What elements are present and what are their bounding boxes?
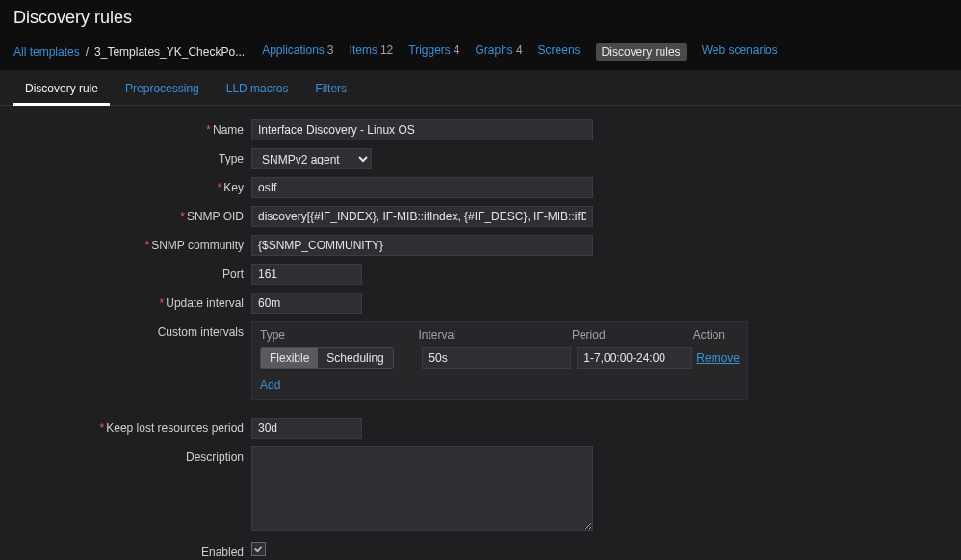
breadcrumb-sep: /: [86, 45, 89, 59]
breadcrumb-all-templates[interactable]: All templates: [13, 45, 80, 59]
label-key: *Key: [23, 177, 251, 194]
ci-head-interval: Interval: [418, 328, 572, 342]
label-description: Description: [23, 446, 251, 464]
ci-interval-input[interactable]: [422, 347, 571, 369]
breadcrumb: All templates / 3_Templates_YK_CheckPo..…: [0, 38, 961, 70]
update-interval-input[interactable]: [251, 293, 362, 314]
nav-chips: Applications3 Items12 Triggers4 Graphs4 …: [262, 43, 778, 61]
custom-intervals-box: Type Interval Period Action Flexible Sch…: [251, 321, 748, 400]
tab-lld-macros[interactable]: LLD macros: [215, 74, 300, 105]
tab-discovery-rule[interactable]: Discovery rule: [13, 74, 110, 106]
nav-graphs[interactable]: Graphs4: [476, 43, 523, 61]
ci-head-type: Type: [260, 328, 418, 342]
ci-remove-link[interactable]: Remove: [696, 351, 740, 365]
page-title: Discovery rules: [0, 0, 961, 38]
description-textarea[interactable]: [251, 446, 593, 531]
label-snmp-community: *SNMP community: [23, 235, 251, 252]
label-type: Type: [23, 148, 251, 165]
ci-head-period: Period: [572, 328, 693, 342]
check-icon: [253, 544, 264, 554]
tabs: Discovery rule Preprocessing LLD macros …: [0, 70, 961, 106]
enabled-checkbox[interactable]: [251, 542, 266, 556]
name-input[interactable]: [251, 119, 593, 140]
label-snmp-oid: *SNMP OID: [23, 206, 251, 223]
snmp-community-input[interactable]: [251, 235, 593, 256]
label-custom-intervals: Custom intervals: [23, 321, 251, 339]
nav-discovery-rules: Discovery rules: [596, 43, 687, 61]
label-port: Port: [23, 264, 251, 281]
ci-add-link[interactable]: Add: [252, 374, 288, 399]
nav-web-scenarios[interactable]: Web scenarios: [702, 43, 778, 61]
snmp-oid-input[interactable]: [251, 206, 593, 227]
key-input[interactable]: [251, 177, 593, 198]
label-keep-lost: *Keep lost resources period: [23, 418, 251, 435]
ci-head-action: Action: [693, 328, 740, 342]
port-input[interactable]: [251, 264, 362, 285]
nav-screens[interactable]: Screens: [538, 43, 581, 61]
ci-row: Flexible Scheduling Remove: [252, 345, 747, 374]
form: *Name Type SNMPv2 agent *Key *SNMP OID *…: [0, 106, 961, 560]
label-name: *Name: [23, 119, 251, 137]
label-enabled: Enabled: [23, 542, 251, 559]
label-update-interval: *Update interval: [23, 293, 251, 310]
keep-lost-input[interactable]: [251, 418, 362, 439]
ci-flexible-button[interactable]: Flexible: [261, 348, 318, 368]
ci-scheduling-button[interactable]: Scheduling: [318, 348, 392, 368]
ci-period-input[interactable]: [577, 347, 692, 369]
nav-items[interactable]: Items12: [350, 43, 394, 61]
type-select[interactable]: SNMPv2 agent: [251, 148, 372, 169]
breadcrumb-current: 3_Templates_YK_CheckPo...: [94, 45, 245, 59]
tab-filters[interactable]: Filters: [303, 74, 358, 105]
nav-triggers[interactable]: Triggers4: [408, 43, 459, 61]
tab-preprocessing[interactable]: Preprocessing: [114, 74, 211, 105]
nav-applications[interactable]: Applications3: [262, 43, 333, 61]
ci-type-segment: Flexible Scheduling: [260, 347, 394, 369]
